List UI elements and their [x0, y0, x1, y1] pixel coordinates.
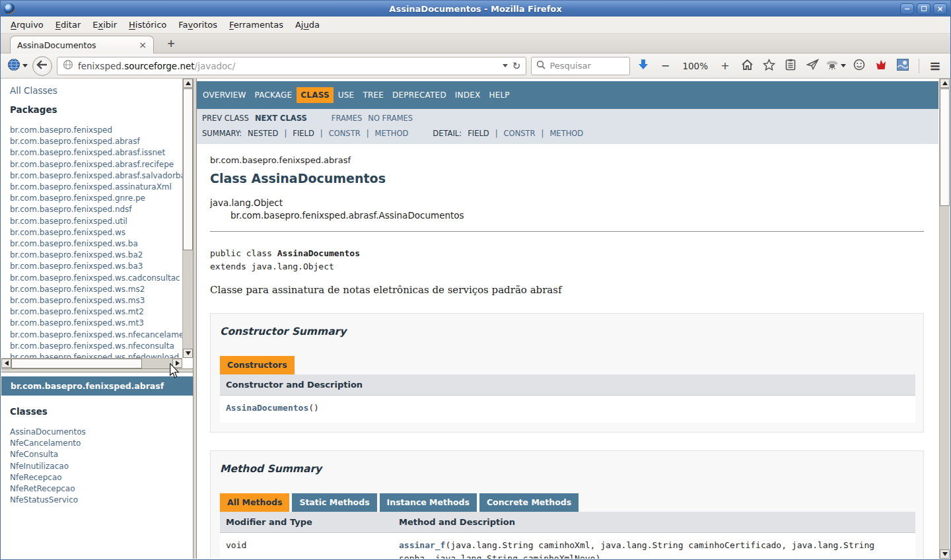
- javadoc-subnav-link[interactable]: FRAMES: [332, 114, 363, 123]
- reload-button[interactable]: ↻: [512, 60, 521, 72]
- package-frame-header[interactable]: br.com.basepro.fenixsped.abrasf: [1, 376, 193, 396]
- send-tab-button[interactable]: [804, 57, 821, 75]
- blue-extension-button[interactable]: [894, 57, 911, 75]
- package-link[interactable]: br.com.basepro.fenixsped.ws.nfedownload: [10, 352, 178, 358]
- chevron-down-icon[interactable]: [841, 64, 846, 67]
- javadoc-subnav-link[interactable]: CONSTR: [329, 129, 361, 138]
- javadoc-subnav-link[interactable]: SUMMARY:: [202, 129, 242, 138]
- javadoc-subnav-link[interactable]: METHOD: [375, 129, 409, 138]
- fly-extension-button[interactable]: [826, 57, 846, 75]
- menu-item[interactable]: Favoritos: [172, 17, 223, 32]
- maximize-button[interactable]: [917, 3, 931, 15]
- package-link[interactable]: br.com.basepro.fenixsped.ws.ms3: [10, 295, 178, 306]
- package-link[interactable]: br.com.basepro.fenixsped.ws: [10, 227, 178, 238]
- method-filter-tab[interactable]: All Methods: [220, 493, 289, 512]
- minimize-button[interactable]: −: [900, 3, 914, 15]
- home-button[interactable]: [738, 57, 756, 75]
- menu-item[interactable]: Histórico: [123, 17, 172, 32]
- package-link[interactable]: br.com.basepro.fenixsped.ws.mt3: [10, 318, 178, 329]
- package-link[interactable]: br.com.basepro.fenixsped.util: [10, 216, 178, 227]
- scrollbar-thumb[interactable]: [940, 88, 950, 206]
- search-box[interactable]: [531, 57, 630, 75]
- page-globe-menu-button[interactable]: [7, 57, 28, 75]
- class-link[interactable]: NfeRecepcao: [10, 472, 189, 483]
- url-bar[interactable]: fenixsped.sourceforge.net/javadoc/ ↻: [57, 57, 526, 75]
- zoom-in-button[interactable]: +: [717, 57, 734, 75]
- package-link[interactable]: br.com.basepro.fenixsped.abrasf.issnet: [10, 147, 178, 158]
- javadoc-subnav-link[interactable]: NESTED: [248, 129, 278, 138]
- package-link[interactable]: br.com.basepro.fenixsped.ws.nfeconsulta: [10, 341, 178, 352]
- scroll-down-button[interactable]: [940, 549, 950, 559]
- javadoc-nav-link[interactable]: TREE: [359, 87, 388, 103]
- class-link[interactable]: NfeConsulta: [10, 449, 189, 460]
- javadoc-nav-link[interactable]: HELP: [485, 87, 513, 103]
- package-link[interactable]: br.com.basepro.fenixsped.ws.ba: [10, 238, 178, 250]
- method-link[interactable]: assinar_f: [399, 540, 445, 550]
- javadoc-subnav-link[interactable]: PREV CLASS: [202, 114, 249, 123]
- javadoc-nav-link[interactable]: OVERVIEW: [199, 87, 250, 103]
- tab-assinadocumentos[interactable]: AssinaDocumentos ×: [10, 36, 154, 53]
- constructor-link[interactable]: AssinaDocumentos: [226, 403, 308, 413]
- package-link[interactable]: br.com.basepro.fenixsped.abrasf.salvador…: [10, 170, 178, 182]
- method-filter-tab[interactable]: Instance Methods: [380, 493, 477, 512]
- javadoc-nav-link[interactable]: PACKAGE: [251, 87, 297, 103]
- method-filter-tab[interactable]: Concrete Methods: [479, 493, 579, 512]
- scroll-left-button[interactable]: [1, 359, 11, 368]
- menu-item[interactable]: Editar: [50, 17, 87, 32]
- package-link[interactable]: br.com.basepro.fenixsped.abrasf.recifepe: [10, 159, 178, 170]
- class-link[interactable]: NfeInutilizacao: [10, 461, 189, 472]
- javadoc-subnav-link[interactable]: |: [320, 129, 323, 138]
- url-dropdown-icon[interactable]: [503, 64, 508, 67]
- class-link[interactable]: NfeRetRecepcao: [10, 483, 189, 495]
- scroll-up-button[interactable]: [183, 79, 193, 88]
- javadoc-subnav-link[interactable]: NO FRAMES: [368, 114, 413, 123]
- javadoc-subnav-link[interactable]: |: [495, 129, 498, 138]
- package-link[interactable]: br.com.basepro.fenixsped.gnre.pe: [10, 193, 178, 204]
- smiley-extension-button[interactable]: [851, 57, 868, 75]
- class-link[interactable]: NfeCancelamento: [10, 438, 189, 449]
- package-link[interactable]: br.com.basepro.fenixsped.ws.nfecancelame: [10, 330, 178, 341]
- bookmarks-sidebar-button[interactable]: [782, 57, 799, 75]
- menu-item[interactable]: Ferramentas: [223, 17, 289, 32]
- zoom-out-button[interactable]: −: [656, 57, 674, 75]
- menu-item[interactable]: Ajuda: [289, 17, 326, 32]
- red-extension-button[interactable]: [872, 57, 890, 75]
- scrollbar-thumb[interactable]: [11, 359, 142, 368]
- javadoc-subnav-link[interactable]: |: [367, 129, 369, 138]
- packages-vertical-scrollbar[interactable]: [182, 79, 193, 358]
- class-link[interactable]: AssinaDocumentos: [10, 427, 189, 438]
- package-link[interactable]: br.com.basepro.fenixsped.ws.mt2: [10, 306, 178, 318]
- javadoc-subnav-link[interactable]: NEXT CLASS: [255, 114, 307, 123]
- javadoc-nav-link[interactable]: USE: [334, 87, 359, 103]
- downloads-button[interactable]: [635, 57, 652, 75]
- javadoc-nav-link[interactable]: DEPRECATED: [388, 87, 450, 103]
- javadoc-subnav-link[interactable]: FIELD: [293, 129, 314, 138]
- javadoc-subnav-link[interactable]: CONSTR: [504, 129, 536, 138]
- javadoc-subnav-link[interactable]: FIELD: [468, 129, 489, 138]
- method-filter-tab[interactable]: Static Methods: [292, 493, 376, 512]
- class-link[interactable]: NfeStatusServico: [10, 495, 189, 506]
- javadoc-subnav-link[interactable]: DETAIL:: [433, 129, 462, 138]
- all-classes-link[interactable]: All Classes: [10, 85, 178, 96]
- search-input[interactable]: [549, 61, 625, 71]
- javadoc-subnav-link[interactable]: |: [542, 129, 544, 138]
- package-link[interactable]: br.com.basepro.fenixsped.ndsf: [10, 204, 178, 215]
- package-link[interactable]: br.com.basepro.fenixsped.assinaturaXml: [10, 182, 178, 193]
- menu-item[interactable]: Exibir: [87, 17, 123, 32]
- menu-item[interactable]: Arquivo: [5, 17, 50, 32]
- javadoc-nav-link[interactable]: INDEX: [451, 87, 485, 103]
- tab-close-icon[interactable]: ×: [139, 40, 147, 50]
- package-link[interactable]: br.com.basepro.fenixsped.abrasf: [10, 136, 178, 147]
- javadoc-nav-link[interactable]: CLASS: [297, 87, 334, 103]
- packages-horizontal-scrollbar[interactable]: [1, 358, 182, 368]
- zoom-level[interactable]: 100%: [678, 61, 712, 71]
- back-button[interactable]: [32, 56, 52, 76]
- close-button[interactable]: ×: [933, 3, 947, 15]
- package-link[interactable]: br.com.basepro.fenixsped.ws.ba3: [10, 261, 178, 272]
- scrollbar-thumb[interactable]: [183, 88, 193, 250]
- package-link[interactable]: br.com.basepro.fenixsped: [10, 125, 178, 136]
- package-link[interactable]: br.com.basepro.fenixsped.ws.cadconsultac: [10, 273, 178, 284]
- scroll-down-button[interactable]: [183, 349, 193, 358]
- scroll-up-button[interactable]: [940, 79, 950, 88]
- app-menu-button[interactable]: ≡: [927, 57, 944, 75]
